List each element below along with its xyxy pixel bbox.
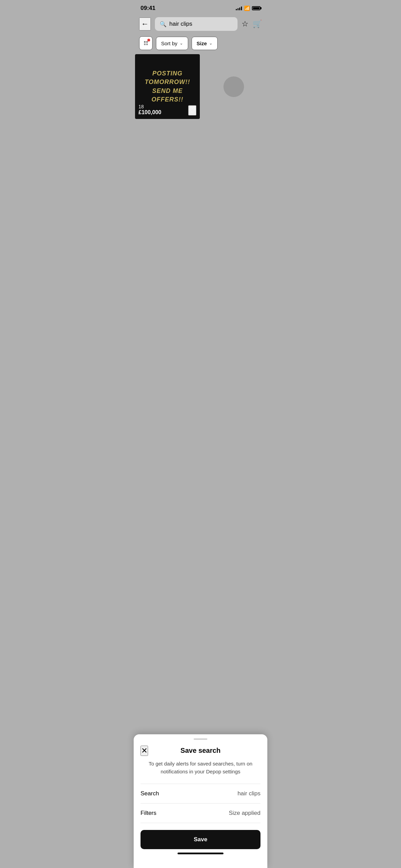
status-icons: 📶 [236,5,260,11]
back-button[interactable]: ← [139,17,151,31]
search-bar[interactable]: 🔍 hair clips [155,17,238,31]
product-text: POSTING TOMORROW!! SEND ME OFFERS!! [142,69,193,104]
chevron-down-icon: ⌄ [180,41,183,46]
status-time: 09:41 [141,5,155,12]
filter-button[interactable]: ☷ [139,36,153,50]
size-button[interactable]: Size ⌄ [192,37,218,50]
product-number: 18 [138,104,161,109]
cart-icon[interactable]: 🛒 [253,20,262,28]
empty-space [134,120,267,189]
sort-by-button[interactable]: Sort by ⌄ [156,37,188,50]
loading-indicator [223,76,244,97]
battery-icon [252,6,260,10]
wishlist-button[interactable]: ♡ [188,105,196,116]
search-row: ← 🔍 hair clips ☆ 🛒 [134,14,267,34]
wifi-icon: 📶 [244,5,250,11]
search-input[interactable]: hair clips [169,21,233,27]
product-info: 18 £100,000 [138,104,161,116]
status-bar: 09:41 📶 [134,0,267,14]
sort-by-label: Sort by [161,40,178,46]
bookmark-icon[interactable]: ☆ [242,20,248,28]
product-price: £100,000 [138,109,161,116]
signal-icon [236,6,242,10]
filter-row: ☷ Sort by ⌄ Size ⌄ [134,34,267,53]
search-icon: 🔍 [160,21,167,27]
filter-dot [147,39,150,41]
product-card[interactable]: POSTING TOMORROW!! SEND ME OFFERS!! 18 £… [135,54,200,119]
product-card-loading [201,54,266,119]
size-label: Size [197,40,207,46]
chevron-down-icon: ⌄ [209,41,212,46]
product-grid: POSTING TOMORROW!! SEND ME OFFERS!! 18 £… [134,53,267,120]
